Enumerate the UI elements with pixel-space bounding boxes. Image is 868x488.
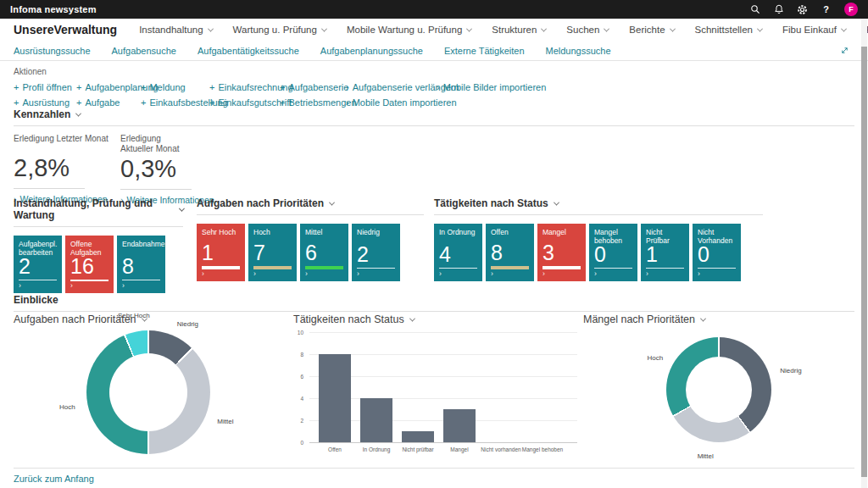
action-profil-oeffnen[interactable]: +Profil öffnen	[14, 82, 76, 92]
subnav-meldungssuche[interactable]: Meldungssuche	[546, 46, 611, 56]
group-header[interactable]: Tätigkeiten nach Status	[434, 197, 763, 215]
main-navigation: UnsereVerwaltung Instandhaltung Wartung …	[0, 19, 868, 41]
chevron-down-icon	[670, 25, 676, 31]
help-icon[interactable]: ?	[821, 4, 832, 15]
chevron-right-icon: ›	[19, 281, 57, 290]
action-aufgabenserie[interactable]: +Aufgabenserie	[280, 82, 346, 92]
tile-nicht-pruefbar[interactable]: Nicht Prüfbar1›	[641, 224, 689, 281]
tile-mangel-behoben[interactable]: Mangel behoben0›	[589, 224, 637, 281]
gridline	[309, 332, 577, 333]
back-to-top-link[interactable]: Zurück zum Anfang	[14, 474, 94, 484]
tile-mittel[interactable]: Mittel6›	[300, 224, 348, 281]
nav-item-fibu-einkauf[interactable]: Fibu Einkauf	[782, 25, 846, 35]
subnav-ausruestungssuche[interactable]: Ausrüstungssuche	[14, 46, 91, 56]
chevron-down-icon	[757, 25, 763, 31]
search-icon[interactable]	[749, 4, 760, 15]
bar	[360, 398, 392, 442]
bar-plot: 0246810OffenIn OrdnungNicht prüfbarMange…	[293, 327, 578, 461]
tile-niedrig[interactable]: Niedrig2›	[352, 224, 400, 281]
group-aufgaben-nach-prioritaeten: Aufgaben nach Prioritäten Sehr Hoch1› Ho…	[197, 197, 424, 281]
nav-item-mobile-wartung-pruefung[interactable]: Mobile Wartung u. Prüfung	[347, 25, 471, 35]
kennzahlen-header[interactable]: Kennzahlen	[14, 108, 854, 126]
subnav-aufgabensuche[interactable]: Aufgabensuche	[112, 46, 176, 56]
donut-slice-label: Sehr Hoch	[118, 312, 150, 319]
kpi-label: Erledigung Aktueller Monat	[120, 134, 188, 154]
y-axis-tick-label: 4	[293, 396, 303, 402]
gridline	[309, 442, 577, 443]
notifications-bell-icon[interactable]	[773, 4, 784, 15]
chevron-right-icon: ›	[253, 269, 292, 278]
tile-in-ordnung[interactable]: In Ordnung4›	[434, 224, 482, 281]
tile-nicht-vorhanden[interactable]: Nicht Vorhanden0›	[693, 224, 741, 281]
nav-item-suchen[interactable]: Suchen	[566, 25, 609, 35]
chevron-right-icon: ›	[594, 269, 632, 278]
chart-title[interactable]: Aufgaben nach Prioritäten	[14, 313, 288, 325]
kpi-divider	[14, 188, 85, 189]
tile-status-bar	[357, 268, 395, 269]
nav-item-instandhaltung[interactable]: Instandhaltung	[139, 25, 212, 35]
user-avatar[interactable]: F	[844, 3, 858, 16]
action-einkaufsbestellung[interactable]: +Einkaufsbestellung	[141, 97, 209, 108]
donut-hole	[686, 357, 752, 423]
subnav-aufgabenplanungssuche[interactable]: Aufgabenplanungssuche	[320, 46, 423, 56]
donut-plot: NiedrigMittelHochSehr Hoch	[14, 327, 288, 461]
nav-item-wartung-pruefung[interactable]: Wartung u. Prüfung	[233, 25, 326, 35]
tile-endabnahme[interactable]: Endabnahme8›	[117, 236, 165, 293]
donut-slice-label: Hoch	[647, 354, 663, 362]
settings-gear-icon[interactable]	[797, 4, 808, 15]
action-mobile-bilder-importieren[interactable]: ›Mobile Bilder importieren	[437, 82, 846, 92]
bar-chart-taetigkeiten-nach-status: Tätigkeiten nach Status 0246810OffenIn O…	[293, 313, 578, 461]
chevron-right-icon: ›	[439, 269, 477, 278]
nav-item-schnittstellen[interactable]: Schnittstellen	[695, 25, 762, 35]
chevron-right-icon: ›	[491, 269, 529, 278]
group-header[interactable]: Instandhaltung, Prüfung und Wartung	[14, 197, 183, 227]
nav-home-unsereverwaltung[interactable]: UnsereVerwaltung	[14, 23, 117, 36]
action-aufgabenplanung[interactable]: +Aufgabenplanung	[76, 82, 141, 92]
action-ausruestung[interactable]: +Ausrüstung	[14, 97, 76, 108]
ribbon-divider	[0, 60, 868, 61]
chevron-down-icon	[554, 199, 559, 205]
kpi-erledigung-letzter-monat: Erledigung Letzter Monat 2,8% ›Weitere I…	[14, 134, 120, 205]
vertical-scrollbar-thumb[interactable]	[861, 47, 867, 477]
subnav-aufgabentaetigkeitssuche[interactable]: Aufgabentätigkeitssuche	[198, 46, 299, 56]
footer-divider	[14, 468, 854, 469]
nav-item-strukturen[interactable]: Strukturen	[492, 25, 546, 35]
action-betriebsmengen[interactable]: +Betriebsmengen	[280, 97, 346, 108]
y-axis-tick-label: 6	[293, 374, 303, 380]
tile-aufgabenpl-bearbeiten[interactable]: Aufgabenpl. bearbeiten2›	[14, 236, 62, 293]
action-aufgabenserie-verlaengern[interactable]: ›Aufgabenserie verlängern	[346, 82, 437, 92]
chevron-down-icon	[329, 199, 335, 205]
collapse-ribbon-icon[interactable]	[840, 43, 849, 58]
y-axis-tick-label: 2	[293, 418, 303, 424]
kpi-erledigung-aktueller-monat: Erledigung Aktueller Monat 0,3% ›Weitere…	[120, 134, 227, 205]
nav-item-berichte[interactable]: Berichte	[629, 25, 674, 35]
action-einkaufsgutschrift[interactable]: +Einkaufsgutschrift	[209, 97, 280, 108]
chevron-down-icon	[208, 25, 214, 31]
action-meldung[interactable]: +Meldung	[141, 82, 209, 92]
group-header[interactable]: Aufgaben nach Prioritäten	[197, 197, 424, 215]
tile-sehr-hoch[interactable]: Sehr Hoch1›	[197, 224, 245, 281]
action-aufgabe[interactable]: +Aufgabe	[76, 97, 141, 108]
donut-slice-label: Mittel	[217, 417, 233, 424]
donut-ring	[86, 330, 210, 454]
x-axis-category-label: Mangel behoben	[515, 446, 570, 452]
tile-mangel[interactable]: Mangel3›	[537, 224, 586, 281]
tile-offen[interactable]: Offen8›	[486, 224, 534, 281]
tile-status-bar	[19, 280, 57, 280]
action-mobile-daten-importieren[interactable]: ›Mobile Daten importieren	[346, 97, 437, 108]
tile-hoch[interactable]: Hoch7›	[248, 224, 297, 281]
action-einkaufsrechnung[interactable]: +Einkaufsrechnung	[209, 82, 280, 92]
chevron-right-icon: ›	[202, 269, 240, 278]
y-axis-tick-label: 0	[293, 440, 303, 446]
subnav-externe-taetigkeiten[interactable]: Externe Tätigkeiten	[444, 46, 525, 56]
donut-slice-label: Niedrig	[780, 366, 801, 374]
chart-title[interactable]: Mängel nach Prioritäten	[583, 313, 856, 325]
y-axis-tick-label: 10	[293, 330, 303, 336]
actions-section: Aktionen +Profil öffnen +Aufgabenplanung…	[14, 67, 846, 108]
chart-title[interactable]: Tätigkeiten nach Status	[293, 313, 578, 325]
donut-hole	[109, 353, 187, 431]
tile-status-bar	[122, 280, 160, 280]
tile-offene-aufgaben[interactable]: Offene Aufgaben16›	[65, 236, 114, 293]
group-instandhaltung-pruefung-wartung: Instandhaltung, Prüfung und Wartung Aufg…	[14, 197, 183, 293]
chevron-down-icon	[409, 315, 415, 321]
